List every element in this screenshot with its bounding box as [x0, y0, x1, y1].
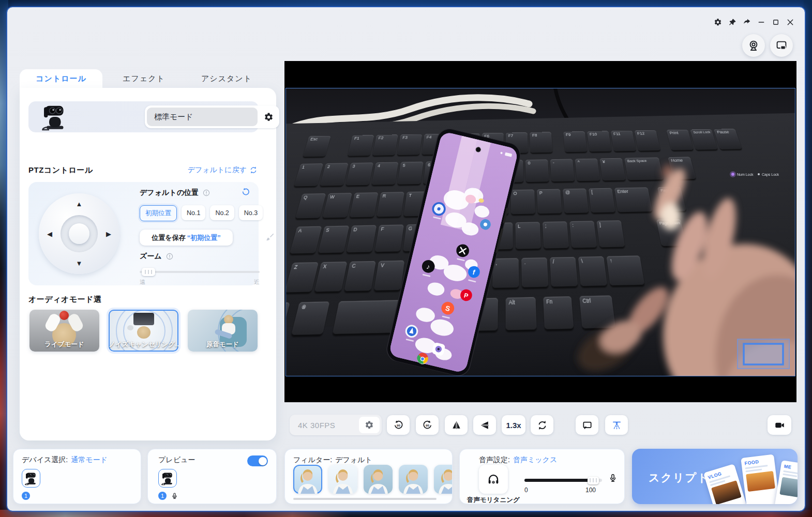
info-icon[interactable]: [166, 252, 174, 261]
script-card-food: FOOD: [741, 454, 779, 504]
volume-min-label: 0: [524, 486, 528, 494]
minimize-button[interactable]: [757, 18, 765, 26]
settings-icon[interactable]: [714, 18, 722, 26]
tab-control[interactable]: コントロール: [20, 69, 102, 88]
preset-no3-button[interactable]: No.3: [239, 205, 263, 220]
preset-title: デフォルトの位置: [140, 188, 199, 197]
device-thumbnail[interactable]: [22, 469, 40, 488]
filter-scrollbar[interactable]: [293, 498, 437, 500]
maximize-button[interactable]: [772, 18, 780, 26]
audio-mode-original[interactable]: 原音モード: [188, 310, 258, 352]
person-head-art: [137, 326, 151, 339]
rotate-ccw-button[interactable]: [387, 415, 410, 435]
ptz-control-box: ▲ ▼ ◀ ▶ デフォルトの位置 初期位置 No.1: [28, 182, 259, 285]
tracking-zone-inner[interactable]: [744, 344, 783, 364]
teleprompter-button[interactable]: [605, 415, 628, 435]
clear-position-icon[interactable]: [265, 232, 275, 242]
tab-assistant[interactable]: アシスタント: [185, 69, 268, 88]
dpad-up-button[interactable]: ▲: [76, 201, 83, 207]
volume-slider[interactable]: [524, 479, 602, 482]
rotate-cw-button[interactable]: [416, 415, 439, 435]
preview-label: プレビュー: [158, 455, 195, 465]
audio-mode-cards: ライブモード ノイズキャンセリング…: [29, 310, 258, 352]
dpad-center-knob[interactable]: [69, 223, 89, 244]
mic-icon: [171, 492, 178, 500]
preset-no2-button[interactable]: No.2: [210, 205, 234, 220]
audio-mode-label: ノイズキャンセリング…: [109, 340, 178, 349]
letterbox-bottom: [284, 376, 796, 402]
dpad-down-button[interactable]: ▼: [76, 260, 83, 267]
device-mode-value[interactable]: 通常モード: [71, 455, 108, 465]
window-controls: [714, 18, 794, 27]
webcam-icon: [747, 39, 760, 52]
filter-label: フィルター:: [293, 455, 332, 465]
close-button[interactable]: [786, 18, 794, 26]
tab-effects[interactable]: エフェクト: [102, 69, 185, 88]
script-generate-button[interactable]: スクリプト生成 VLOG FOOD ME: [632, 449, 798, 504]
video-frame: EscF1F2F3F4F5F6F7F8F9F10F11F12PrintScrol…: [285, 88, 795, 376]
zoom-slider-marks: 遠 近: [140, 278, 260, 286]
preset-initial-button[interactable]: 初期位置: [140, 205, 177, 221]
audio-mode-live[interactable]: ライブモード: [29, 310, 99, 352]
pin-icon[interactable]: [728, 18, 736, 26]
camera-device-icon: [160, 470, 175, 486]
device-badge: 1: [22, 492, 30, 500]
preset-reset-icon[interactable]: [241, 187, 250, 196]
resolution-group: 4K 30FPS: [290, 415, 382, 435]
dpad-right-button[interactable]: ▶: [106, 231, 111, 237]
filter-thumb[interactable]: [434, 465, 453, 494]
flip-vertical-button[interactable]: [473, 415, 496, 435]
ptz-dpad: ▲ ▼ ◀ ▶: [39, 193, 119, 274]
zoom-far-label: 遠: [140, 278, 145, 286]
mini-window-button[interactable]: [770, 34, 793, 57]
audio-monitor-label: 音声モリタニング: [467, 496, 520, 505]
preview-toggle[interactable]: [247, 455, 268, 466]
video-preview: EscF1F2F3F4F5F6F7F8F9F10F11F12PrintScrol…: [284, 61, 796, 402]
zoom-factor-button[interactable]: 1.3x: [502, 415, 525, 435]
flip-horizontal-button[interactable]: [445, 415, 468, 435]
audio-mix-value[interactable]: 音声ミックス: [513, 455, 557, 465]
preset-buttons: 初期位置 No.1 No.2 No.3: [140, 205, 263, 221]
ptz-reset-label: デフォルトに戻す: [188, 165, 247, 175]
audio-mode-noise-cancelling[interactable]: ノイズキャンセリング…: [109, 310, 178, 352]
zoom-slider-track[interactable]: [140, 271, 260, 273]
toggle-knob: [259, 457, 267, 465]
share-icon[interactable]: [743, 18, 751, 26]
audio-monitor-button[interactable]: [479, 465, 508, 494]
device-mode-row: 標準モード: [28, 101, 259, 132]
preset-no1-button[interactable]: No.1: [182, 205, 205, 220]
zoom-label: ズーム: [140, 252, 162, 261]
filter-thumb[interactable]: [364, 465, 393, 494]
zoom-near-label: 近: [254, 278, 260, 286]
preview-thumbnail[interactable]: [158, 469, 177, 488]
video-toolbar: 4K 30FPS 1.3x: [284, 415, 796, 435]
microphone-icon[interactable]: [608, 472, 618, 484]
virtual-camera-button[interactable]: [742, 34, 765, 57]
resolution-settings-button[interactable]: [359, 417, 380, 433]
filter-thumb[interactable]: [328, 465, 357, 494]
gear-icon: [264, 112, 274, 122]
dpad-left-button[interactable]: ◀: [47, 231, 52, 237]
filter-thumb[interactable]: [399, 465, 428, 494]
mode-settings-button[interactable]: [258, 105, 279, 128]
mini-window-icon: [775, 39, 788, 52]
volume-fill: [524, 479, 592, 482]
preview-badge: 1: [158, 492, 167, 500]
whiteboard-button[interactable]: [576, 415, 598, 435]
desktop-background-bottom: [0, 510, 812, 517]
record-button[interactable]: [768, 415, 791, 435]
zoom-slider-handle[interactable]: [142, 268, 155, 276]
audio-mode-label: 原音モード: [188, 340, 258, 349]
save-position-button[interactable]: 位置を保存 “初期位置”: [140, 230, 233, 246]
refresh-button[interactable]: [531, 415, 553, 435]
mode-select[interactable]: 標準モード: [147, 108, 258, 126]
volume-handle[interactable]: [588, 477, 599, 484]
device-select-card: デバイス選択: 通常モード 1: [13, 449, 141, 504]
mode-select-group: 標準モード: [145, 105, 279, 128]
info-icon[interactable]: [202, 189, 210, 197]
filter-thumb-default[interactable]: [293, 465, 322, 494]
control-panel: コントロール エフェクト アシスタント 標準モード PTZコントロール デフォル…: [20, 69, 276, 440]
record-camera-icon: [774, 420, 785, 431]
ptz-reset-link[interactable]: デフォルトに戻す: [188, 165, 258, 175]
zoom-slider[interactable]: [140, 268, 260, 276]
